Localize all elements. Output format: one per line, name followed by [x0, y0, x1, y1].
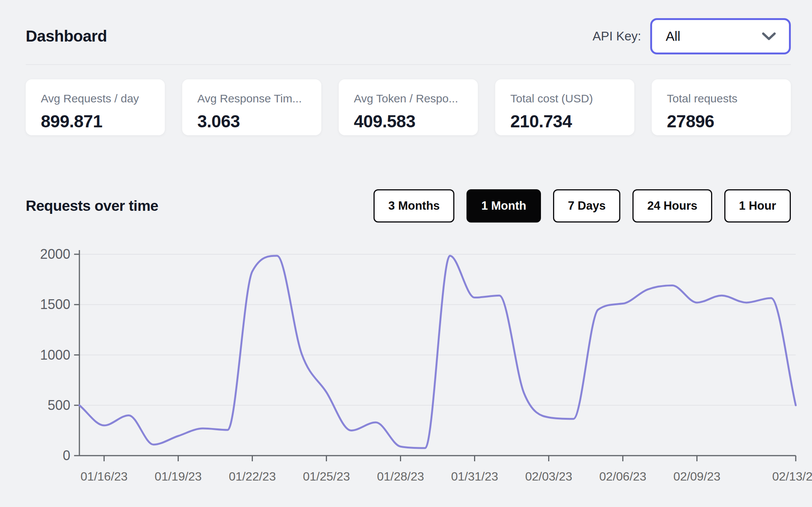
x-axis-label: 02/03/23: [525, 470, 572, 483]
range-button-1-hour[interactable]: 1 Hour: [724, 189, 791, 223]
requests-over-time-chart[interactable]: 050010001500200001/16/2301/19/2301/22/23…: [0, 240, 812, 495]
stat-card: Avg Token / Respo...409.583: [339, 79, 478, 135]
x-axis-label: 02/13/23: [772, 470, 812, 483]
x-axis-label: 01/16/23: [81, 470, 128, 483]
range-button-24-hours[interactable]: 24 Hours: [632, 189, 712, 223]
stat-card-value: 210.734: [510, 111, 627, 131]
chart-section-header: Requests over time 3 Months1 Month7 Days…: [26, 189, 791, 223]
x-axis-label: 02/06/23: [599, 470, 646, 483]
y-axis-label: 2000: [40, 246, 70, 262]
line-chart-svg: 050010001500200001/16/2301/19/2301/22/23…: [0, 240, 812, 493]
stat-card-label: Avg Response Tim...: [197, 92, 314, 105]
stat-card-label: Avg Token / Respo...: [354, 92, 470, 105]
x-axis-label: 01/22/23: [229, 470, 276, 483]
api-key-label: API Key:: [593, 29, 641, 43]
stat-card-value: 27896: [667, 111, 783, 131]
stat-card: Total cost (USD)210.734: [495, 79, 634, 135]
stat-card: Avg Requests / day899.871: [26, 79, 165, 135]
api-key-select[interactable]: All: [650, 18, 791, 54]
y-axis-label: 500: [48, 397, 70, 413]
y-axis-label: 0: [63, 448, 70, 463]
x-axis-label: 02/09/23: [673, 470, 721, 483]
api-key-control: API Key: All: [593, 18, 791, 54]
x-axis-label: 01/19/23: [155, 470, 202, 483]
x-axis-label: 01/31/23: [451, 470, 498, 483]
dashboard-page: Dashboard API Key: All Avg Requests / da…: [0, 0, 812, 507]
api-key-selected-value: All: [666, 29, 680, 44]
y-axis-label: 1500: [40, 297, 70, 312]
stat-card-value: 3.063: [197, 111, 314, 131]
x-axis-label: 01/28/23: [377, 470, 424, 483]
stat-card-label: Total requests: [667, 92, 783, 105]
stat-card-label: Avg Requests / day: [41, 92, 157, 105]
stat-card-value: 899.871: [41, 111, 157, 131]
header-divider: [26, 64, 791, 65]
stat-card: Avg Response Tim...3.063: [182, 79, 321, 135]
time-range-buttons: 3 Months1 Month7 Days24 Hours1 Hour: [373, 189, 791, 223]
page-title: Dashboard: [26, 27, 107, 45]
y-axis-label: 1000: [40, 347, 70, 363]
chevron-down-icon: [762, 32, 776, 41]
stat-card: Total requests27896: [652, 79, 791, 135]
range-button-7-days[interactable]: 7 Days: [553, 189, 620, 223]
x-axis-label: 01/25/23: [303, 470, 350, 483]
section-title: Requests over time: [26, 198, 158, 214]
header: Dashboard API Key: All: [26, 17, 791, 55]
stat-card-label: Total cost (USD): [510, 92, 627, 105]
stat-card-value: 409.583: [354, 111, 470, 131]
range-button-1-month[interactable]: 1 Month: [466, 189, 541, 223]
range-button-3-months[interactable]: 3 Months: [373, 189, 454, 223]
requests-line-series: [79, 256, 796, 448]
stats-row: Avg Requests / day899.871Avg Response Ti…: [26, 79, 791, 135]
